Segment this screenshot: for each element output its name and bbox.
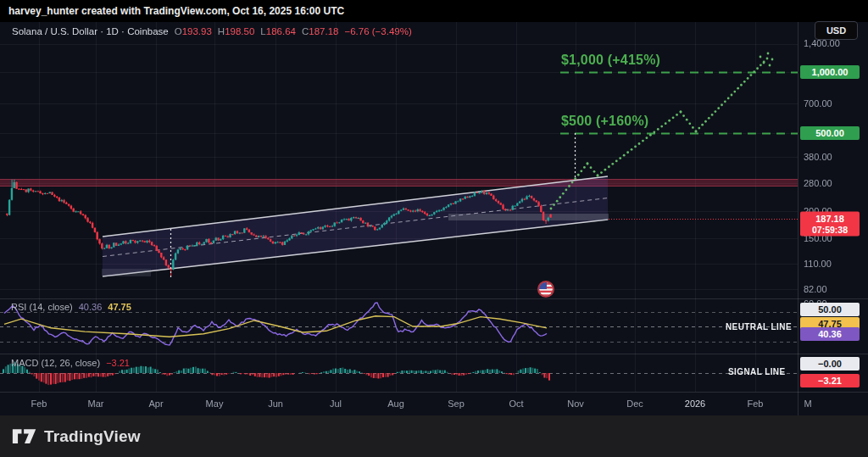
symbol-info[interactable]: Solana / U.S. Dollar · 1D · CoinbaseO193… [12,26,412,36]
price-scale-badge: 50.00 [800,303,860,316]
badge-value: 500.00 [804,128,856,138]
chart-canvas[interactable] [0,0,868,457]
price-scale-label: 82.00 [804,284,827,294]
rsi-value: 40.36 [79,302,103,312]
price-scale[interactable]: 1,400.00700.00380.00280.00200.00150.0011… [798,22,868,392]
time-axis-label: May [206,398,224,409]
time-axis-label: M [804,398,811,409]
currency-toggle-button[interactable]: USD [815,21,858,40]
target-label-500[interactable]: $500 (+160%) [561,114,648,129]
time-axis-label: Sep [448,398,465,409]
badge-value: 1,000.00 [804,67,856,77]
time-axis-label: Aug [387,398,404,409]
price-change: −6.76 (−3.49%) [344,26,411,36]
macd-title: MACD (12, 26, close) [11,358,100,368]
price-scale-label: 110.00 [804,259,832,269]
target-label-1000[interactable]: $1,000 (+415%) [561,53,660,68]
ohlc-value-L: 186.64 [266,26,296,36]
symbol-title[interactable]: Solana / U.S. Dollar · 1D · Coinbase [12,26,169,36]
badge-value: 187.18 [804,214,856,224]
ohlc-value-O: 193.93 [182,26,212,36]
rsi-title: RSI (14, close) [11,302,73,312]
time-axis-label: Nov [567,398,584,409]
time-axis-label: 2026 [685,398,705,409]
price-scale-badge: −3.21 [800,374,860,387]
price-scale-label: 380.00 [804,152,832,162]
price-scale-badge: 187.1807:59:38 [800,212,860,237]
ohlc-value-H: 198.50 [225,26,254,36]
rsi-header: RSI (14, close)40.3647.75 [11,302,131,312]
ohlc-label-H: H [218,26,225,36]
macd-header: MACD (12, 26, close)−3.21 [11,358,130,368]
price-scale-badge: 1,000.00 [800,65,860,79]
macd-value: −3.21 [106,358,130,368]
signal-line-label[interactable]: SIGNAL LINE [728,367,786,376]
time-axis-label: Jun [268,398,283,409]
tradingview-chart-window: harvey_hunter created with TradingView.c… [0,0,868,457]
time-axis-label: Jul [330,398,342,409]
tradingview-logo-icon [12,427,37,446]
time-axis-label: Apr [148,398,163,409]
price-scale-badge: 40.36 [800,327,860,341]
rsi-ma-value: 47.75 [108,302,131,312]
badge-value: −3.21 [804,376,856,386]
time-axis-label: Dec [626,398,643,409]
time-axis[interactable]: FebMarAprMayJunJulAugSepOctNovDec2026Feb… [0,392,868,415]
price-scale-badge: 500.00 [800,126,860,140]
time-axis-label: Oct [509,398,523,409]
price-scale-label: 280.00 [804,178,832,188]
ohlc-label-O: O [175,26,182,36]
ohlc-value-C: 187.18 [309,26,338,36]
countdown: 07:59:38 [804,225,856,235]
time-axis-label: Feb [31,398,47,409]
footer-bar: TradingView [0,415,868,457]
price-scale-label: 700.00 [804,98,832,109]
tradingview-wordmark: TradingView [44,427,141,446]
attribution-bar: harvey_hunter created with TradingView.c… [0,0,868,22]
ohlc-values: O193.93H198.50L186.64C187.18 [169,26,339,36]
price-scale-badge: −0.00 [800,357,860,371]
attribution-text: harvey_hunter created with TradingView.c… [8,5,344,17]
badge-value: 40.36 [804,329,856,339]
time-axis-label: Feb [748,398,764,409]
time-axis-label: Mar [88,398,104,409]
badge-value: −0.00 [804,359,856,369]
badge-value: 50.00 [804,304,856,315]
neutral-line-label[interactable]: NEUTRAL LINE [726,322,792,332]
